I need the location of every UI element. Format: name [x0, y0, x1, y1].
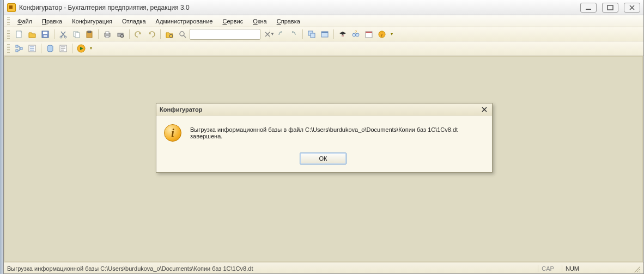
svg-rect-5 [44, 35, 47, 37]
search-box[interactable]: ▼ [190, 29, 260, 40]
syntax-assistant-button[interactable] [337, 28, 349, 40]
message-dialog: Конфигуратор i Выгрузка информационной б… [156, 103, 493, 173]
metadata-icon [28, 44, 37, 53]
print-preview-button[interactable] [114, 28, 126, 40]
menu-windows[interactable]: Окна [248, 17, 271, 26]
nav-back-button[interactable] [275, 28, 287, 40]
dialog-titlebar: Конфигуратор [156, 103, 492, 115]
play-icon [77, 44, 86, 53]
find-button[interactable] [163, 28, 175, 40]
tree-icon [15, 44, 23, 53]
menubar: Файл Правка Конфигурация Отладка Админис… [4, 15, 643, 27]
arrow-back-icon [276, 30, 285, 39]
open-folder-icon [28, 30, 37, 39]
x-icon [263, 30, 272, 39]
menu-edit[interactable]: Правка [38, 17, 66, 26]
status-num: NUM [562, 265, 582, 272]
status-cap: CAP [538, 265, 557, 272]
toolbar-sep-7 [41, 44, 41, 53]
toggle-window-button[interactable] [319, 28, 331, 40]
svg-text:?: ? [355, 30, 357, 34]
db-button[interactable] [44, 42, 56, 54]
resize-grip[interactable] [633, 265, 640, 272]
metadata-button[interactable] [26, 42, 38, 54]
minimize-button[interactable] [580, 3, 597, 13]
svg-rect-33 [20, 47, 22, 50]
new-button[interactable] [13, 28, 25, 40]
svg-rect-23 [342, 35, 344, 36]
svg-rect-4 [43, 32, 47, 34]
save-icon [41, 30, 50, 39]
toolbar-main: ▼ ? i ▾ [4, 27, 643, 41]
main-window: Конфигуратор - Бухгалтерия предприятия, … [3, 0, 644, 274]
menu-file[interactable]: Файл [13, 17, 37, 26]
svg-rect-0 [586, 9, 591, 10]
dialog-close-button[interactable] [480, 105, 489, 114]
paste-button[interactable] [83, 28, 95, 40]
cut-button[interactable] [57, 28, 69, 40]
copy-button[interactable] [70, 28, 82, 40]
scissors-icon [59, 30, 68, 39]
copy-icon [72, 30, 81, 39]
ok-button[interactable]: ОК [300, 153, 347, 165]
svg-rect-14 [106, 36, 109, 38]
svg-point-18 [180, 32, 184, 36]
window-title: Конфигуратор - Бухгалтерия предприятия, … [19, 4, 580, 11]
maximize-icon [607, 5, 613, 10]
calendar-button[interactable] [363, 28, 375, 40]
list-button[interactable] [57, 42, 69, 54]
svg-rect-13 [106, 32, 109, 34]
menu-admin[interactable]: Администрирование [151, 17, 217, 26]
save-button[interactable] [39, 28, 51, 40]
paste-icon [85, 30, 94, 39]
open-button[interactable] [26, 28, 38, 40]
svg-rect-9 [75, 33, 80, 38]
menu-config[interactable]: Конфигурация [68, 17, 117, 26]
help-search-button[interactable]: ? [350, 28, 362, 40]
graduate-icon [338, 30, 347, 39]
nav-forward-button[interactable] [288, 28, 300, 40]
dialog-message: Выгрузка информационной базы в файл C:\U… [190, 126, 482, 139]
menu-help[interactable]: Справка [272, 17, 305, 26]
clear-search-button[interactable] [262, 28, 274, 40]
print-button[interactable] [101, 28, 113, 40]
menu-service-label: ервис [227, 18, 243, 25]
svg-rect-31 [16, 45, 18, 47]
redo-button[interactable] [145, 28, 157, 40]
titlebar: Конфигуратор - Бухгалтерия предприятия, … [4, 0, 643, 15]
window-controls [580, 3, 640, 13]
svg-rect-22 [321, 32, 328, 33]
maximize-button[interactable] [602, 3, 618, 13]
search-input[interactable] [190, 31, 270, 38]
dialog-title: Конфигуратор [160, 106, 480, 113]
run-dropdown-icon[interactable]: ▾ [88, 46, 94, 51]
dialog-body: i Выгрузка информационной базы в файл C:… [156, 115, 492, 172]
redo-icon [147, 30, 156, 39]
close-icon [482, 107, 487, 112]
info-icon: i [378, 30, 386, 39]
info-icon: i [164, 124, 181, 142]
help-dropdown-icon[interactable]: ▾ [389, 32, 394, 36]
arrow-forward-icon [289, 30, 298, 39]
dialog-content-row: i Выгрузка информационной базы в файл C:… [164, 124, 482, 142]
menubar-grip [7, 17, 10, 25]
new-file-icon [15, 30, 23, 39]
printer-icon [103, 30, 112, 39]
statusbar: Выгрузка информационной базы C:\Users\bu… [4, 263, 643, 273]
database-icon [46, 44, 54, 53]
svg-rect-32 [16, 50, 18, 52]
copy-window-button[interactable] [306, 28, 318, 40]
help-button[interactable]: i [376, 28, 388, 40]
run-button[interactable] [75, 42, 87, 54]
tree-button[interactable] [13, 42, 25, 54]
menu-debug[interactable]: Отладка [118, 17, 150, 26]
undo-button[interactable] [132, 28, 144, 40]
zoom-button[interactable] [177, 28, 189, 40]
toolbar-sep-6 [333, 29, 334, 39]
toolbar-sep-5 [302, 29, 303, 39]
menu-service[interactable]: Сервис [218, 17, 247, 26]
toolbar-grip-1 [7, 30, 10, 39]
toolbar-secondary: ▾ [4, 41, 643, 56]
svg-rect-28 [366, 32, 372, 33]
close-button[interactable] [624, 3, 640, 13]
